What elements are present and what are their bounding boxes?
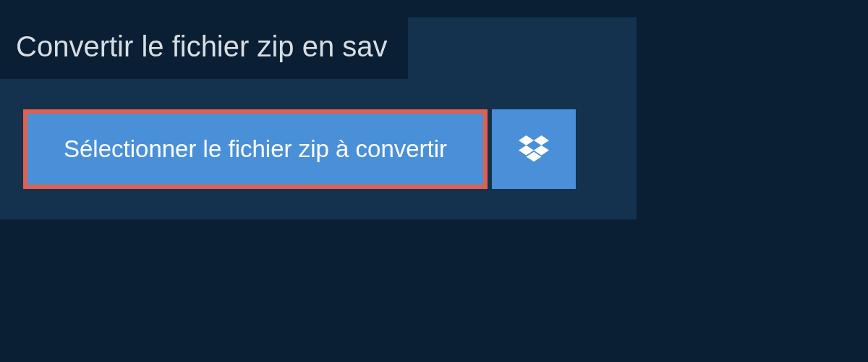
title-bar: Convertir le fichier zip en sav: [0, 17, 408, 79]
dropbox-icon: [519, 135, 549, 163]
dropbox-button[interactable]: [492, 109, 576, 189]
page-title: Convertir le fichier zip en sav: [16, 30, 388, 63]
converter-panel: Convertir le fichier zip en sav Sélectio…: [0, 17, 637, 219]
select-file-button[interactable]: Sélectionner le fichier zip à convertir: [23, 109, 488, 189]
select-file-label: Sélectionner le fichier zip à convertir: [64, 135, 447, 163]
button-row: Sélectionner le fichier zip à convertir: [23, 109, 637, 189]
